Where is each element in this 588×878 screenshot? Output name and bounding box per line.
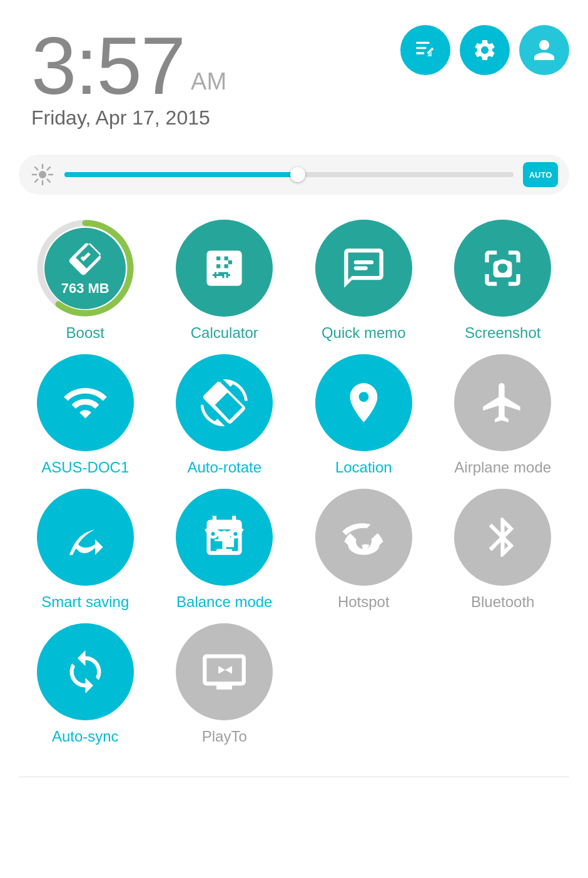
auto-rotate-icon	[201, 379, 248, 426]
brightness-thumb[interactable]	[290, 167, 305, 182]
smart-saving-icon	[62, 514, 109, 561]
svg-line-9	[48, 180, 50, 182]
wifi-icon	[62, 379, 109, 426]
location-label: Location	[335, 459, 392, 476]
balance-mode-button[interactable]	[176, 489, 273, 586]
quick-memo-tile[interactable]: Quick memo	[297, 220, 430, 342]
top-icons-container	[400, 25, 569, 75]
svg-rect-18	[223, 539, 226, 549]
calculator-button[interactable]	[176, 220, 273, 317]
smart-saving-label: Smart saving	[41, 593, 129, 611]
profile-button[interactable]	[519, 25, 569, 75]
balance-mode-tile[interactable]: Balance mode	[158, 489, 291, 611]
edit-list-icon	[413, 38, 438, 63]
hotspot-icon	[340, 514, 387, 561]
play-to-label: PlayTo	[202, 728, 247, 745]
calculator-tile[interactable]: Calculator	[158, 220, 291, 342]
brightness-icon	[30, 162, 55, 187]
date-display: Friday, Apr 17, 2015	[31, 106, 569, 130]
balance-mode-label: Balance mode	[176, 593, 272, 611]
auto-rotate-label: Auto-rotate	[187, 459, 261, 476]
quick-tiles-grid: 763 MB Boost Calculator Quick memo	[0, 213, 588, 764]
airplane-icon	[479, 379, 526, 426]
time-display: 3:57	[31, 25, 185, 106]
settings-icon	[472, 38, 497, 63]
quick-memo-label: Quick memo	[322, 324, 406, 342]
header: 3:57 AM Friday, Apr 17, 2015	[0, 0, 588, 142]
balance-mode-icon	[201, 514, 248, 561]
wifi-button[interactable]	[37, 354, 134, 451]
brightness-fill	[64, 172, 298, 177]
location-icon	[340, 379, 387, 426]
screenshot-tile[interactable]: Screenshot	[437, 220, 570, 342]
profile-icon	[532, 38, 557, 63]
wifi-label: ASUS-DOC1	[41, 459, 129, 476]
quick-memo-button[interactable]	[315, 220, 412, 317]
bluetooth-icon	[479, 514, 526, 561]
airplane-mode-tile[interactable]: Airplane mode	[437, 354, 570, 476]
boost-inner: 763 MB	[44, 228, 126, 309]
calculator-icon	[201, 245, 248, 292]
boost-icon	[66, 240, 104, 278]
bluetooth-tile[interactable]: Bluetooth	[437, 489, 570, 611]
boost-label: Boost	[66, 324, 104, 342]
auto-sync-button[interactable]	[37, 623, 134, 720]
brightness-track[interactable]	[64, 172, 514, 177]
play-to-tile[interactable]: PlayTo	[158, 623, 291, 745]
bluetooth-button[interactable]	[454, 489, 551, 586]
smart-saving-tile[interactable]: Smart saving	[19, 489, 152, 611]
bluetooth-label: Bluetooth	[471, 593, 534, 611]
play-to-icon	[201, 648, 248, 695]
play-to-button[interactable]	[176, 623, 273, 720]
edit-list-button[interactable]	[400, 25, 450, 75]
quick-memo-icon	[340, 245, 387, 292]
svg-line-10	[48, 167, 50, 170]
calculator-label: Calculator	[191, 324, 258, 342]
location-button[interactable]	[315, 354, 412, 451]
hotspot-tile[interactable]: Hotspot	[297, 489, 430, 611]
location-tile[interactable]: Location	[297, 354, 430, 476]
auto-rotate-tile[interactable]: Auto-rotate	[158, 354, 291, 476]
auto-sync-icon	[62, 648, 109, 695]
hotspot-label: Hotspot	[338, 593, 390, 611]
boost-tile[interactable]: 763 MB Boost	[19, 220, 152, 342]
smart-saving-button[interactable]	[37, 489, 134, 586]
airplane-mode-button[interactable]	[454, 354, 551, 451]
screenshot-icon	[479, 245, 526, 292]
brightness-bar[interactable]: AUTO	[19, 155, 569, 195]
brightness-auto-button[interactable]: AUTO	[523, 162, 558, 187]
screenshot-label: Screenshot	[465, 324, 540, 342]
svg-point-3	[39, 171, 46, 178]
auto-rotate-button[interactable]	[176, 354, 273, 451]
svg-rect-2	[416, 52, 424, 54]
airplane-mode-label: Airplane mode	[454, 459, 551, 476]
svg-line-11	[35, 180, 38, 182]
wifi-tile[interactable]: ASUS-DOC1	[19, 354, 152, 476]
auto-sync-label: Auto-sync	[52, 728, 119, 745]
bottom-divider	[19, 777, 569, 777]
brightness-auto-label: AUTO	[529, 170, 552, 180]
svg-rect-0	[416, 42, 430, 44]
ampm-display: AM	[191, 68, 226, 95]
hotspot-button[interactable]	[315, 489, 412, 586]
boost-ring[interactable]: 763 MB	[37, 220, 134, 317]
boost-value: 763 MB	[61, 280, 109, 297]
svg-rect-15	[354, 266, 368, 270]
screenshot-button[interactable]	[454, 220, 551, 317]
svg-line-8	[35, 167, 38, 170]
auto-sync-tile[interactable]: Auto-sync	[19, 623, 152, 745]
svg-rect-14	[354, 260, 373, 264]
svg-rect-1	[416, 47, 427, 49]
svg-rect-19	[216, 549, 232, 552]
settings-button[interactable]	[460, 25, 510, 75]
